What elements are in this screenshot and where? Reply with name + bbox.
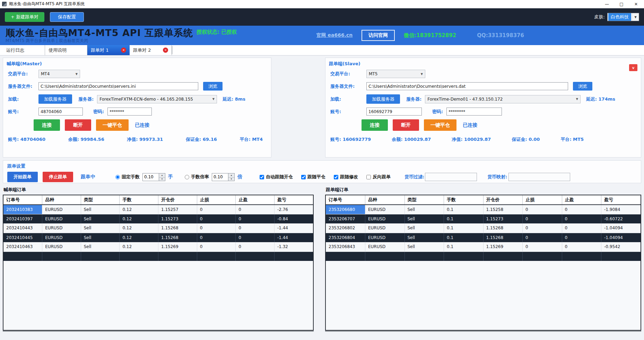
chevron-down-icon[interactable]: ▼	[632, 13, 639, 21]
table-row[interactable]	[3, 252, 313, 261]
slave-account-input[interactable]	[366, 108, 422, 116]
banner: 顺水鱼-自由鸟MT4-MT5 API 互跟单系统 授权状态: 已授权 MT4/M…	[0, 26, 644, 45]
slave-server-select[interactable]: ForexTime-Demo01 - 47.93.150.172 ▼	[425, 95, 581, 103]
table-row[interactable]: 2353206804EURUSDSell0.11.1526800-1.04094	[326, 233, 641, 242]
spin-down-icon[interactable]: ▼	[228, 177, 234, 181]
column-header[interactable]: 盈亏	[274, 195, 313, 205]
slave-server-file-input[interactable]	[366, 82, 568, 90]
close-tab-icon[interactable]: ✕	[121, 48, 126, 53]
column-header[interactable]: 止盈	[562, 195, 601, 205]
slave-platform-select[interactable]: MT5 ▼	[366, 70, 425, 78]
delay-label: 延迟:	[223, 96, 233, 102]
column-header[interactable]: 开仓价	[483, 195, 523, 205]
column-header[interactable]: 止损	[197, 195, 236, 205]
table-cell: 2353206843	[326, 242, 365, 252]
server-file-label: 服务器文件:	[330, 83, 366, 90]
spin-down-icon[interactable]: ▼	[159, 177, 165, 181]
table-cell: 1.15268	[158, 233, 197, 242]
master-disconnect-button[interactable]: 断开	[65, 119, 91, 131]
table-row[interactable]: 2032410443EURUSDSell0.121.1526800-1.44	[3, 223, 313, 233]
table-row[interactable]: 2032410397EURUSDSell0.121.1527300-0.84	[3, 214, 313, 223]
slave-browse-button[interactable]: 浏览	[573, 82, 592, 91]
table-cell: EURUSD	[365, 242, 405, 252]
official-site-link[interactable]: 官网 ea666.cn	[316, 32, 353, 39]
table-cell: EURUSD	[365, 214, 405, 223]
column-header[interactable]: 品种	[42, 195, 81, 205]
column-header[interactable]: 类型	[404, 195, 444, 205]
table-cell: Sell	[404, 223, 444, 233]
slave-connect-button[interactable]: 连接	[362, 119, 388, 131]
tab-run-log[interactable]: 运行日志	[3, 45, 45, 55]
column-header[interactable]: 手数	[444, 195, 484, 205]
auto-follow-open-checkbox[interactable]	[260, 175, 264, 179]
stat-margin: 保证金: 0.00	[512, 136, 540, 143]
table-row[interactable]	[326, 252, 641, 261]
slave-password-input[interactable]	[446, 108, 502, 116]
currency-filter-input[interactable]	[425, 173, 477, 181]
table-row[interactable]: 2353206843EURUSDSell0.11.1526900-0.9542	[326, 242, 641, 252]
column-header[interactable]: 止损	[523, 195, 562, 205]
collapse-panel-button[interactable]: v	[629, 64, 637, 71]
spin-up-icon[interactable]: ▲	[159, 173, 165, 177]
follow-options: 自动跟随开仓 跟随平仓 跟随修改 反向跟单	[260, 174, 399, 180]
fixed-lot-input[interactable]	[142, 173, 159, 181]
column-header[interactable]: 手数	[120, 195, 158, 205]
master-load-server-button[interactable]: 加载服务器	[38, 94, 72, 104]
follow-modify-checkbox[interactable]	[334, 175, 338, 179]
slave-close-all-button[interactable]: 一键平仓	[424, 119, 456, 131]
master-close-all-button[interactable]: 一键平仓	[96, 119, 129, 131]
new-pair-button[interactable]: + 新建跟单对	[5, 12, 44, 22]
minimize-button[interactable]: —	[600, 0, 614, 8]
follow-status: 跟单中	[81, 174, 95, 180]
column-header[interactable]: 订单号	[326, 195, 365, 205]
slave-disconnect-button[interactable]: 断开	[393, 119, 419, 131]
save-config-button[interactable]: 保存配置	[50, 12, 84, 22]
table-row[interactable]: 2353206680EURUSDSell0.11.1525800-1.9084	[326, 205, 641, 214]
tab-pair-2[interactable]: 跟单对 2 ✕	[130, 45, 172, 55]
table-row[interactable]: 2353206802EURUSDSell0.11.1526800-1.04094	[326, 223, 641, 233]
master-server-file-input[interactable]	[38, 82, 198, 90]
lot-ratio-input[interactable]	[212, 173, 228, 181]
master-browse-button[interactable]: 浏览	[203, 82, 223, 91]
master-platform-select[interactable]: MT4 ▼	[38, 70, 80, 78]
spin-up-icon[interactable]: ▲	[228, 173, 234, 177]
table-cell: 0.1	[444, 205, 484, 214]
follow-settings-panel: 跟单设置 开始跟单 停止跟单 跟单中 固定手数 ▲ ▼ 手 手数倍率 ▲	[3, 160, 641, 183]
column-header[interactable]: 盈亏	[601, 195, 641, 205]
fixed-lot-radio[interactable]	[115, 175, 120, 179]
table-row[interactable]: 2032410463EURUSDSell0.121.1526900-1.32	[3, 242, 313, 252]
master-account-input[interactable]	[38, 108, 83, 116]
visit-site-button[interactable]: 访问官网	[362, 30, 395, 41]
column-header[interactable]: 品种	[365, 195, 405, 205]
stop-follow-button[interactable]: 停止跟单	[43, 172, 73, 182]
close-button[interactable]: ✕	[629, 0, 643, 8]
column-header[interactable]: 订单号	[3, 195, 42, 205]
table-row[interactable]: 2032410383EURUSDSell0.121.1525700-2.76	[3, 205, 313, 214]
start-follow-button[interactable]: 开始跟单	[7, 172, 38, 182]
table-row[interactable]: 2032410445EURUSDSell0.121.1526800-1.44	[3, 233, 313, 242]
table-cell: 0	[523, 205, 562, 214]
column-header[interactable]: 止盈	[236, 195, 275, 205]
master-connect-button[interactable]: 连接	[34, 119, 60, 131]
reverse-follow-checkbox[interactable]	[366, 175, 371, 179]
slave-load-server-button[interactable]: 加载服务器	[366, 94, 400, 104]
close-tab-icon[interactable]: ✕	[163, 48, 168, 53]
table-row[interactable]: 2353206707EURUSDSell0.11.1527300-0.60722	[326, 214, 641, 223]
currency-map-input[interactable]	[508, 173, 570, 181]
toolbar: + 新建跟单对 保存配置 皮肤: 白色科技 ▼	[0, 8, 644, 26]
skin-selected-value: 白色科技	[608, 13, 631, 21]
fixed-lot-unit: 手	[168, 174, 173, 180]
platform-value: MT4	[41, 71, 50, 76]
stat-equity: 净值: 100029.87	[452, 136, 491, 143]
tab-usage[interactable]: 使用说明	[45, 45, 87, 55]
follow-close-checkbox[interactable]	[301, 175, 306, 179]
column-header[interactable]: 类型	[81, 195, 120, 205]
column-header[interactable]: 开仓价	[158, 195, 197, 205]
lot-ratio-radio[interactable]	[185, 175, 189, 179]
master-password-input[interactable]	[107, 108, 152, 116]
table-cell: 0.12	[120, 223, 158, 233]
tab-pair-1[interactable]: 跟单对 1 ✕	[87, 45, 130, 55]
maximize-button[interactable]: □	[614, 0, 629, 8]
skin-select[interactable]: 白色科技 ▼	[607, 13, 639, 21]
master-server-select[interactable]: ForexTimeFXTM-ECN-demo - 46.165.208.155 …	[97, 95, 217, 103]
